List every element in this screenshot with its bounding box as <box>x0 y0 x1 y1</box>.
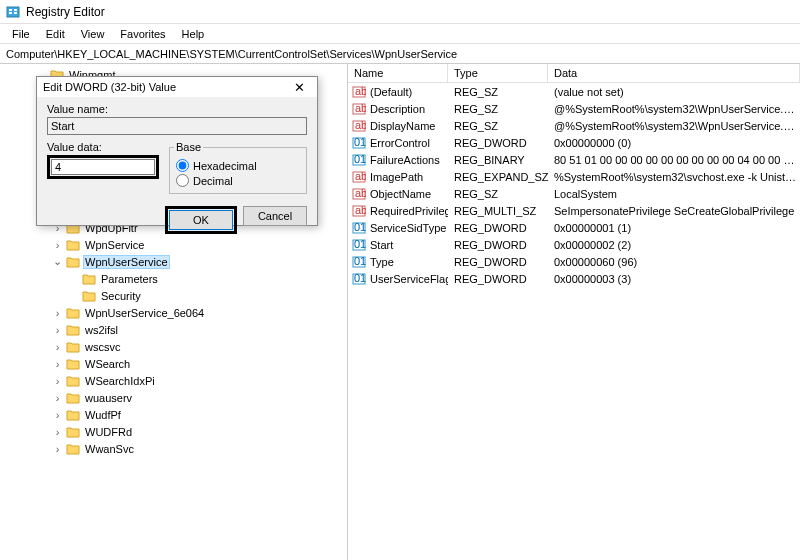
list-header: Name Type Data <box>348 64 800 83</box>
value-type: REG_SZ <box>448 86 548 98</box>
menu-view[interactable]: View <box>73 26 113 42</box>
chevron-icon[interactable]: › <box>52 324 63 336</box>
value-row[interactable]: ab(Default)REG_SZ(value not set) <box>348 83 800 100</box>
radio-dec-input[interactable] <box>176 174 189 187</box>
tree-label: WSearchIdxPi <box>83 375 157 387</box>
svg-text:ab: ab <box>355 85 366 97</box>
chevron-icon[interactable]: › <box>52 409 63 421</box>
tree-item[interactable]: Parameters <box>0 270 347 287</box>
folder-icon <box>66 442 80 456</box>
radio-decimal[interactable]: Decimal <box>176 174 300 187</box>
base-legend: Base <box>174 141 203 153</box>
string-icon: ab <box>352 119 366 133</box>
value-row[interactable]: 011UserServiceFlagsREG_DWORD0x00000003 (… <box>348 270 800 287</box>
tree-label: WSearch <box>83 358 132 370</box>
value-row[interactable]: abRequiredPrivilegREG_MULTI_SZSeImperson… <box>348 202 800 219</box>
base-fieldset: Base Hexadecimal Decimal <box>169 141 307 194</box>
value-type: REG_DWORD <box>448 222 548 234</box>
chevron-icon[interactable]: › <box>52 426 63 438</box>
titlebar: Registry Editor <box>0 0 800 24</box>
value-row[interactable]: 011TypeREG_DWORD0x00000060 (96) <box>348 253 800 270</box>
value-data: 0x00000002 (2) <box>548 239 800 251</box>
tree-item[interactable]: ›wscsvc <box>0 338 347 355</box>
value-name: RequiredPrivileg <box>370 205 448 217</box>
svg-rect-2 <box>9 12 12 14</box>
value-data: 0x00000000 (0) <box>548 137 800 149</box>
value-data: @%SystemRoot%\system32\WpnUserService.dl… <box>548 120 800 132</box>
value-data-input[interactable] <box>51 159 155 175</box>
svg-text:011: 011 <box>354 255 366 267</box>
chevron-icon[interactable]: › <box>52 392 63 404</box>
folder-icon <box>66 391 80 405</box>
binary-icon: 011 <box>352 255 366 269</box>
svg-rect-0 <box>7 7 19 17</box>
chevron-icon[interactable]: › <box>52 341 63 353</box>
tree-item[interactable]: ›WudfPf <box>0 406 347 423</box>
address-bar[interactable]: Computer\HKEY_LOCAL_MACHINE\SYSTEM\Curre… <box>0 44 800 64</box>
column-name[interactable]: Name <box>348 64 448 82</box>
folder-icon <box>66 255 80 269</box>
value-row[interactable]: 011StartREG_DWORD0x00000002 (2) <box>348 236 800 253</box>
value-data: %SystemRoot%\system32\svchost.exe -k Uni… <box>548 171 800 183</box>
value-row[interactable]: 011ErrorControlREG_DWORD0x00000000 (0) <box>348 134 800 151</box>
chevron-icon[interactable]: › <box>52 358 63 370</box>
ok-button-highlight: OK <box>165 206 237 234</box>
tree-label: WpnUserService <box>83 255 170 269</box>
menubar: File Edit View Favorites Help <box>0 24 800 44</box>
menu-favorites[interactable]: Favorites <box>112 26 173 42</box>
value-data: 0x00000003 (3) <box>548 273 800 285</box>
value-data-highlight <box>47 155 159 179</box>
value-name: Start <box>370 239 393 251</box>
column-type[interactable]: Type <box>448 64 548 82</box>
string-icon: ab <box>352 170 366 184</box>
value-name: ErrorControl <box>370 137 430 149</box>
value-name: FailureActions <box>370 154 440 166</box>
tree-item[interactable]: ⌄WpnUserService <box>0 253 347 270</box>
menu-edit[interactable]: Edit <box>38 26 73 42</box>
tree-item[interactable]: ›WSearch <box>0 355 347 372</box>
tree-label: Parameters <box>99 273 160 285</box>
tree-item[interactable]: ›WUDFRd <box>0 423 347 440</box>
ok-button[interactable]: OK <box>169 210 233 230</box>
value-data: 0x00000060 (96) <box>548 256 800 268</box>
binary-icon: 011 <box>352 272 366 286</box>
chevron-icon[interactable]: › <box>52 375 63 387</box>
chevron-icon[interactable]: ⌄ <box>52 255 63 268</box>
tree-item[interactable]: ›WSearchIdxPi <box>0 372 347 389</box>
tree-item[interactable]: Security <box>0 287 347 304</box>
tree-item[interactable]: ›wuauserv <box>0 389 347 406</box>
value-row[interactable]: 011ServiceSidTypeREG_DWORD0x00000001 (1) <box>348 219 800 236</box>
value-row[interactable]: abObjectNameREG_SZLocalSystem <box>348 185 800 202</box>
value-data: LocalSystem <box>548 188 800 200</box>
close-icon[interactable]: ✕ <box>287 80 311 95</box>
column-data[interactable]: Data <box>548 64 800 82</box>
value-type: REG_BINARY <box>448 154 548 166</box>
value-type: REG_SZ <box>448 188 548 200</box>
chevron-icon[interactable]: › <box>52 443 63 455</box>
value-name-label: Value name: <box>47 103 307 115</box>
chevron-icon[interactable]: › <box>52 307 63 319</box>
value-row[interactable]: abDisplayNameREG_SZ@%SystemRoot%\system3… <box>348 117 800 134</box>
value-type: REG_DWORD <box>448 239 548 251</box>
menu-help[interactable]: Help <box>174 26 213 42</box>
radio-hexadecimal[interactable]: Hexadecimal <box>176 159 300 172</box>
value-row[interactable]: abImagePathREG_EXPAND_SZ%SystemRoot%\sys… <box>348 168 800 185</box>
svg-rect-4 <box>14 12 17 14</box>
menu-file[interactable]: File <box>4 26 38 42</box>
value-name-input[interactable] <box>47 117 307 135</box>
value-row[interactable]: abDescriptionREG_SZ@%SystemRoot%\system3… <box>348 100 800 117</box>
cancel-button[interactable]: Cancel <box>243 206 307 226</box>
radio-hex-input[interactable] <box>176 159 189 172</box>
tree-item[interactable]: ›WwanSvc <box>0 440 347 457</box>
tree-item[interactable]: ›WpnUserService_6e064 <box>0 304 347 321</box>
binary-icon: 011 <box>352 136 366 150</box>
value-list-panel[interactable]: Name Type Data ab(Default)REG_SZ(value n… <box>348 64 800 560</box>
tree-item[interactable]: ›ws2ifsl <box>0 321 347 338</box>
svg-rect-3 <box>14 9 17 11</box>
value-data: @%SystemRoot%\system32\WpnUserService.dl… <box>548 103 800 115</box>
folder-icon <box>82 289 96 303</box>
value-type: REG_DWORD <box>448 137 548 149</box>
value-data: (value not set) <box>548 86 800 98</box>
value-row[interactable]: 011FailureActionsREG_BINARY80 51 01 00 0… <box>348 151 800 168</box>
folder-icon <box>66 306 80 320</box>
